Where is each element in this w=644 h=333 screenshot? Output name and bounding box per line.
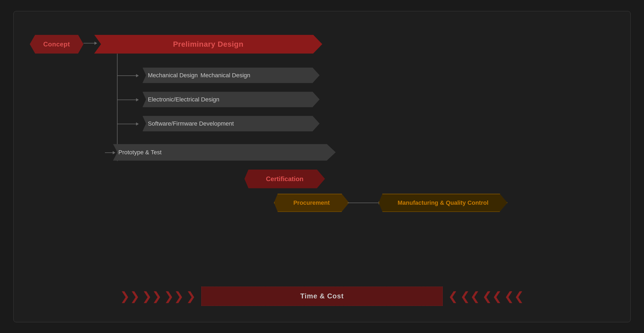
chevron-right-3: ❮❮ <box>460 290 480 302</box>
chevron-left-4: ❯ <box>186 290 196 302</box>
software-dev-node: Software/Firmware Development <box>142 116 320 131</box>
arrow-to-electronic <box>117 100 138 100</box>
chevrons-right: ❮❮ ❮❮ ❮❮ ❮ <box>448 290 524 302</box>
electronic-design-node: Electronic/Electrical Design <box>142 92 320 107</box>
time-cost-section: ❯❯ ❯❯ ❯❯ ❯ Time & Cost ❮❮ ❮❮ ❮❮ ❮ <box>14 287 630 306</box>
preliminary-design-node: Preliminary Design <box>94 35 322 54</box>
certification-node: Certification <box>244 170 325 188</box>
chevron-left-1: ❯❯ <box>120 290 140 302</box>
diagram-container: Concept Preliminary Design Mechanical De… <box>13 11 631 322</box>
arrow-to-mechanical <box>117 75 138 76</box>
arrow-to-software <box>117 124 138 124</box>
arrow-to-prototype <box>105 152 115 153</box>
chevron-right-1: ❮❮ <box>504 290 524 302</box>
procurement-node: Procurement <box>274 194 349 212</box>
prototype-test-node: Prototype & Test <box>113 144 336 161</box>
chevron-left-2: ❯❯ <box>142 290 162 302</box>
arrow-procurement-to-manufacturing <box>347 203 381 203</box>
chevron-right-4: ❮ <box>448 290 458 302</box>
arrow-concept-to-prelim <box>83 43 97 43</box>
chevrons-left: ❯❯ ❯❯ ❯❯ ❯ <box>120 290 196 302</box>
chevron-right-2: ❮❮ <box>482 290 502 302</box>
mechanical-design-node: Mechanical Design Mechanical Design <box>142 68 320 83</box>
concept-node: Concept <box>30 35 83 54</box>
time-cost-bar: Time & Cost <box>201 287 443 306</box>
manufacturing-node: Manufacturing & Quality Control <box>379 194 507 212</box>
chevron-left-3: ❯❯ <box>164 290 184 302</box>
